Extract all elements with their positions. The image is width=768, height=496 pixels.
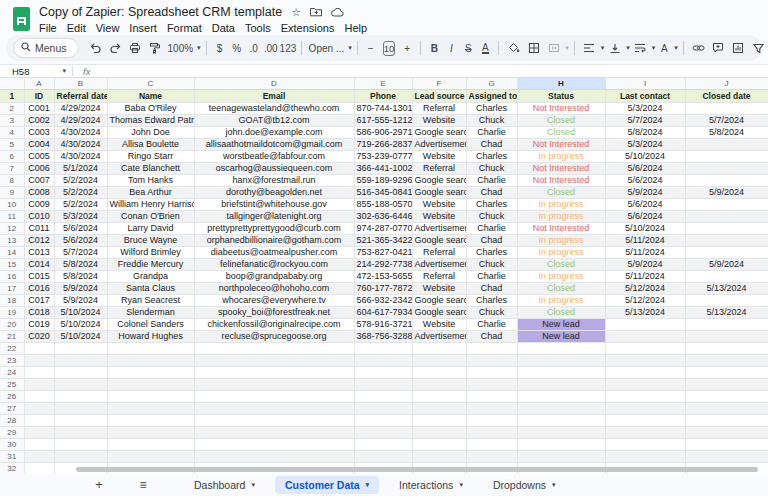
- cell[interactable]: [685, 354, 768, 366]
- row-header-24[interactable]: 24: [0, 366, 24, 378]
- cell[interactable]: Closed: [517, 258, 605, 270]
- menu-data[interactable]: Data: [207, 21, 240, 36]
- cell[interactable]: Website: [412, 114, 466, 126]
- text-color-icon[interactable]: A: [482, 43, 489, 54]
- text-wrapping-dropdown-icon[interactable]: ▾: [652, 44, 656, 52]
- format-currency-icon[interactable]: $: [212, 43, 228, 54]
- cell[interactable]: [685, 246, 768, 258]
- cell[interactable]: Chuck: [466, 306, 517, 318]
- cell[interactable]: Website: [412, 198, 466, 210]
- column-header-A[interactable]: A: [24, 78, 54, 89]
- cell[interactable]: 5/1/2024: [54, 162, 107, 174]
- cell[interactable]: [517, 426, 605, 438]
- menu-extensions[interactable]: Extensions: [276, 21, 340, 36]
- cell[interactable]: Charles: [466, 102, 517, 114]
- cell[interactable]: [517, 438, 605, 450]
- cell[interactable]: C010: [24, 210, 54, 222]
- cell[interactable]: [685, 210, 768, 222]
- cell[interactable]: [685, 318, 768, 330]
- cell[interactable]: [54, 450, 107, 462]
- cell[interactable]: Conan O'Brien: [107, 210, 194, 222]
- text-rotation-dropdown-icon[interactable]: ▾: [674, 44, 678, 52]
- cell[interactable]: Advertisement: [412, 222, 466, 234]
- cell[interactable]: [194, 378, 354, 390]
- font-dropdown-icon[interactable]: ▾: [348, 44, 352, 52]
- cell[interactable]: [685, 378, 768, 390]
- bold-icon[interactable]: B: [426, 43, 442, 54]
- cell[interactable]: 974-287-0770: [354, 222, 412, 234]
- document-title[interactable]: Copy of Zapier: Spreadsheet CRM template: [39, 5, 282, 19]
- undo-icon[interactable]: [86, 39, 105, 58]
- column-header-I[interactable]: I: [605, 78, 685, 89]
- cell[interactable]: 5/11/2024: [605, 270, 685, 282]
- cell[interactable]: 578-916-3721: [354, 318, 412, 330]
- cell[interactable]: [24, 402, 54, 414]
- cell[interactable]: Chad: [466, 234, 517, 246]
- cell[interactable]: In progress: [517, 210, 605, 222]
- more-formats-icon[interactable]: 123: [280, 43, 296, 54]
- cell[interactable]: 5/12/2024: [605, 294, 685, 306]
- cell[interactable]: 5/10/2024: [54, 330, 107, 342]
- row-header-26[interactable]: 26: [0, 390, 24, 402]
- cell[interactable]: Advertisement: [412, 258, 466, 270]
- name-box[interactable]: H58 ▾: [0, 66, 72, 77]
- cell[interactable]: Wilford Brimley: [107, 246, 194, 258]
- cell[interactable]: Charlie: [466, 270, 517, 282]
- cell[interactable]: [466, 390, 517, 402]
- cell[interactable]: Not Interested: [517, 138, 605, 150]
- cell[interactable]: whocares@everywhere.tv: [194, 294, 354, 306]
- cell[interactable]: 5/12/2024: [605, 282, 685, 294]
- row-header-17[interactable]: 17: [0, 282, 24, 294]
- cell[interactable]: [466, 426, 517, 438]
- cell[interactable]: 4/30/2024: [54, 150, 107, 162]
- column-header-E[interactable]: E: [354, 78, 412, 89]
- cell[interactable]: [517, 450, 605, 462]
- cell[interactable]: [517, 366, 605, 378]
- cell[interactable]: 5/8/2024: [54, 258, 107, 270]
- cell[interactable]: [685, 450, 768, 462]
- cell[interactable]: [605, 342, 685, 354]
- cell[interactable]: In progress: [517, 198, 605, 210]
- cell[interactable]: C003: [24, 126, 54, 138]
- row-header-2[interactable]: 2: [0, 102, 24, 114]
- header-cell[interactable]: Last contact: [605, 89, 685, 102]
- cell[interactable]: [605, 402, 685, 414]
- cell[interactable]: [605, 366, 685, 378]
- cell[interactable]: 5/6/2024: [54, 222, 107, 234]
- cell[interactable]: [466, 450, 517, 462]
- cell[interactable]: 870-744-1301: [354, 102, 412, 114]
- cell[interactable]: [54, 378, 107, 390]
- sheet-tab-customer-data[interactable]: Customer Data▾: [275, 476, 379, 494]
- cell[interactable]: Cate Blanchett: [107, 162, 194, 174]
- cell[interactable]: 5/13/2024: [685, 282, 768, 294]
- menu-help[interactable]: Help: [339, 21, 372, 36]
- header-cell[interactable]: Status: [517, 89, 605, 102]
- cell[interactable]: [466, 438, 517, 450]
- cell[interactable]: [24, 450, 54, 462]
- cell[interactable]: C020: [24, 330, 54, 342]
- cell[interactable]: [466, 354, 517, 366]
- cell[interactable]: briefstint@whitehouse.gov: [194, 198, 354, 210]
- cell[interactable]: C017: [24, 294, 54, 306]
- horizontal-scrollbar[interactable]: [76, 467, 758, 472]
- cell[interactable]: [685, 174, 768, 186]
- column-header-G[interactable]: G: [466, 78, 517, 89]
- cell[interactable]: 5/9/2024: [54, 282, 107, 294]
- cell[interactable]: [412, 390, 466, 402]
- cell[interactable]: [354, 354, 412, 366]
- cell[interactable]: Charlie: [466, 318, 517, 330]
- text-rotation-icon[interactable]: A: [656, 43, 672, 54]
- cell[interactable]: Slenderman: [107, 306, 194, 318]
- cell[interactable]: [354, 390, 412, 402]
- cell[interactable]: Closed: [517, 186, 605, 198]
- cell[interactable]: [685, 390, 768, 402]
- cell[interactable]: Thomas Edward Patrick Brady Jr.: [107, 114, 194, 126]
- cell[interactable]: [685, 270, 768, 282]
- cell[interactable]: [685, 366, 768, 378]
- decrease-font-size-button[interactable]: −: [363, 43, 379, 54]
- cell[interactable]: [107, 402, 194, 414]
- cell[interactable]: [354, 414, 412, 426]
- cell[interactable]: C002: [24, 114, 54, 126]
- cell[interactable]: Not Interested: [517, 174, 605, 186]
- cell[interactable]: Google search: [412, 294, 466, 306]
